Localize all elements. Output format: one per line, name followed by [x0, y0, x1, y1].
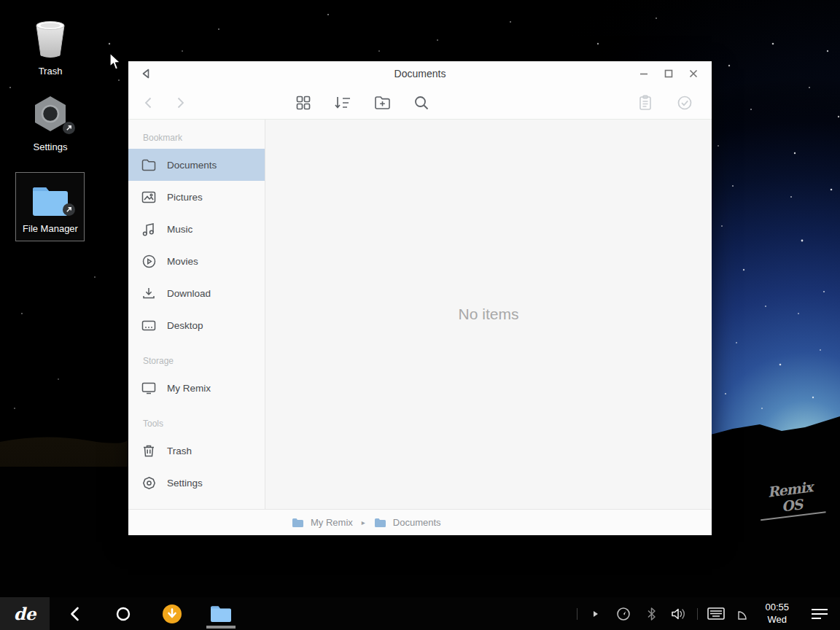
maximize-button[interactable] — [656, 63, 681, 84]
sort-list-button[interactable] — [330, 90, 356, 116]
settings-icon — [141, 475, 156, 490]
keyboard-icon — [707, 607, 725, 620]
desktop-icon-file-manager[interactable]: File Manager — [15, 175, 85, 234]
sidebar-item-label: Documents — [167, 160, 217, 171]
folder-icon — [141, 158, 156, 172]
sidebar-item-label: Movies — [167, 256, 198, 267]
empty-state-text: No items — [459, 306, 519, 323]
sidebar-item-label: Desktop — [167, 320, 203, 331]
tray-divider — [577, 608, 578, 620]
shortcut-badge-icon — [63, 122, 75, 134]
taskbar-tray: 00:55 Wed — [572, 597, 840, 630]
image-icon — [141, 190, 156, 204]
taskbar-menu-button[interactable] — [799, 597, 840, 630]
download-apps-button[interactable] — [147, 597, 196, 630]
clock-day: Wed — [765, 614, 789, 626]
volume-icon — [671, 607, 687, 621]
volume-button[interactable] — [665, 597, 693, 630]
desktop-icon-settings[interactable]: Settings — [15, 93, 85, 152]
sidebar-item-pictures[interactable]: Pictures — [128, 181, 265, 213]
sidebar-item-settings[interactable]: Settings — [128, 467, 265, 499]
remix-start-button[interactable]: de — [0, 597, 50, 630]
shortcut-badge-icon — [63, 203, 75, 216]
sidebar-item-label: Music — [167, 224, 192, 235]
trash-bin-icon — [34, 20, 67, 58]
expand-triangle-icon — [593, 610, 599, 618]
window-back-icon[interactable] — [136, 63, 156, 84]
nav-forward-button[interactable] — [167, 90, 193, 116]
sidebar-item-label: Settings — [167, 478, 203, 489]
folder-icon — [210, 605, 232, 623]
gauge-icon — [616, 607, 631, 621]
close-button[interactable] — [681, 63, 706, 84]
back-button[interactable] — [50, 597, 98, 630]
window-controls — [631, 63, 706, 84]
minimize-button[interactable] — [631, 63, 656, 84]
taskbar-left: de — [0, 597, 245, 630]
desktop-icon-trash[interactable]: Trash — [15, 18, 85, 77]
window-body: Bookmark Documents — [128, 120, 712, 509]
screen: Remix OS Trash — [0, 0, 840, 630]
desktop-icon-label: Settings — [15, 141, 85, 152]
folder-icon — [374, 518, 386, 528]
nav-back-button[interactable] — [136, 90, 162, 116]
tray-expand-button[interactable] — [582, 597, 610, 630]
sidebar: Bookmark Documents — [128, 120, 265, 509]
breadcrumb-item-documents[interactable]: Documents — [374, 517, 441, 528]
folder-icon — [292, 518, 304, 528]
window-titlebar: Documents — [128, 61, 712, 86]
taskbar: de — [0, 597, 840, 630]
sidebar-section-tools: Tools — [128, 414, 265, 435]
breadcrumb-item-my-remix[interactable]: My Remix — [292, 517, 353, 528]
clock-time: 00:55 — [765, 602, 789, 613]
trash-icon — [141, 443, 156, 458]
back-icon — [69, 607, 79, 621]
taskbar-file-manager-button[interactable] — [196, 597, 245, 630]
paste-button[interactable] — [632, 90, 658, 116]
sidebar-item-movies[interactable]: Movies — [128, 245, 265, 277]
play-circle-icon — [141, 254, 156, 268]
quarter-pie-icon — [736, 607, 751, 621]
sidebar-item-my-remix[interactable]: My Remix — [128, 372, 265, 404]
remix-logo-icon: de — [14, 604, 36, 623]
monitor-icon — [141, 381, 156, 395]
sidebar-item-download[interactable]: Download — [128, 277, 265, 309]
sidebar-item-label: Trash — [167, 446, 192, 456]
desktop-icon-label: File Manager — [15, 223, 85, 234]
desktop-icon-label: Trash — [15, 66, 85, 77]
desktop-icon — [141, 318, 156, 332]
sidebar-section-bookmark: Bookmark — [128, 128, 265, 149]
tray-divider — [697, 608, 698, 620]
bluetooth-icon — [647, 607, 656, 621]
grid-view-button[interactable] — [290, 90, 316, 116]
home-button[interactable] — [98, 597, 147, 630]
sidebar-item-label: Pictures — [167, 192, 203, 203]
sidebar-item-desktop[interactable]: Desktop — [128, 309, 265, 341]
new-folder-button[interactable] — [369, 90, 395, 116]
performance-gauge-button[interactable] — [610, 597, 637, 630]
select-all-button[interactable] — [672, 90, 698, 116]
breadcrumb-bar: My Remix ▸ Documents — [128, 509, 712, 535]
home-circle-icon — [116, 607, 131, 621]
music-note-icon — [141, 222, 156, 236]
breadcrumb-label: Documents — [393, 517, 441, 528]
breadcrumb-label: My Remix — [311, 517, 353, 528]
file-list-area[interactable]: No items — [265, 120, 712, 509]
breadcrumb-separator-icon: ▸ — [362, 518, 365, 526]
keyboard-button[interactable] — [702, 597, 730, 630]
sidebar-item-documents[interactable]: Documents — [128, 149, 265, 181]
download-icon — [141, 286, 156, 300]
sidebar-item-label: Download — [167, 288, 211, 299]
window-title: Documents — [128, 68, 712, 79]
taskbar-clock[interactable]: 00:55 Wed — [765, 602, 789, 626]
sidebar-item-music[interactable]: Music — [128, 213, 265, 245]
sidebar-item-trash[interactable]: Trash — [128, 435, 265, 467]
notifications-button[interactable] — [730, 597, 758, 630]
window-toolbar — [128, 86, 712, 120]
sidebar-item-label: My Remix — [167, 383, 211, 394]
menu-lines-icon — [811, 608, 828, 620]
search-button[interactable] — [408, 90, 435, 116]
bluetooth-button[interactable] — [637, 597, 665, 630]
mouse-cursor — [109, 52, 123, 74]
file-manager-window: Documents — [128, 61, 712, 535]
